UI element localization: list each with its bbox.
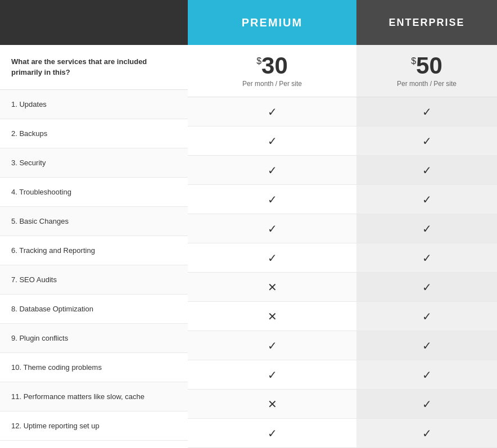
check-yes-icon: ✓: [422, 310, 432, 323]
check-yes-icon: ✓: [268, 368, 277, 382]
premium-check-row: ✓: [188, 360, 356, 390]
feature-label-row: 3. Security: [0, 148, 188, 178]
feature-label-row: 2. Backups: [0, 119, 188, 148]
check-yes-icon: ✓: [422, 193, 432, 206]
enterprise-check-row: ✓: [356, 214, 497, 243]
check-no-icon: ✕: [268, 280, 277, 294]
features-question: What are the services that are included …: [0, 45, 188, 90]
feature-label-row: 5. Basic Changes: [0, 207, 188, 236]
check-yes-icon: ✓: [422, 105, 432, 119]
premium-price-period: Per month / Per site: [242, 80, 302, 88]
check-yes-icon: ✓: [268, 164, 277, 177]
premium-check-row: ✓: [188, 185, 356, 214]
enterprise-price-dollar: $: [411, 56, 416, 66]
premium-check-row: ✓: [188, 97, 356, 126]
premium-check-row: ✓: [188, 243, 356, 273]
feature-label-row: 10. Theme coding problems: [0, 353, 188, 382]
premium-check-row: ✕: [188, 273, 356, 302]
check-yes-icon: ✓: [268, 251, 277, 265]
check-yes-icon: ✓: [268, 427, 277, 440]
features-column: What are the services that are included …: [0, 0, 188, 448]
check-no-icon: ✕: [268, 310, 277, 323]
enterprise-price-cell: $ 50 Per month / Per site: [356, 45, 497, 97]
check-yes-icon: ✓: [422, 397, 432, 411]
premium-check-row: ✓: [188, 126, 356, 156]
pricing-table: What are the services that are included …: [0, 0, 497, 448]
enterprise-check-row: ✓: [356, 156, 497, 185]
premium-plan-name: PREMIUM: [242, 16, 302, 29]
premium-check-row: ✓: [188, 331, 356, 360]
enterprise-price-display: $ 50: [411, 54, 442, 78]
premium-price-display: $ 30: [256, 54, 288, 78]
check-yes-icon: ✓: [422, 134, 432, 148]
enterprise-check-row: ✓: [356, 390, 497, 419]
check-yes-icon: ✓: [268, 134, 277, 148]
enterprise-check-row: ✓: [356, 126, 497, 156]
check-yes-icon: ✓: [268, 339, 277, 352]
enterprise-check-row: ✓: [356, 360, 497, 390]
check-yes-icon: ✓: [422, 339, 432, 352]
check-yes-icon: ✓: [422, 251, 432, 265]
premium-check-row: ✓: [188, 419, 356, 448]
premium-price-amount: 30: [261, 54, 288, 78]
check-yes-icon: ✓: [422, 222, 432, 236]
feature-label-row: 8. Database Optimization: [0, 295, 188, 324]
feature-label-row: 4. Troubleshooting: [0, 178, 188, 207]
premium-check-row: ✓: [188, 156, 356, 185]
enterprise-column: ENTERPRISE $ 50 Per month / Per site ✓✓✓…: [356, 0, 497, 448]
enterprise-price-amount: 50: [416, 54, 442, 78]
enterprise-check-row: ✓: [356, 273, 497, 302]
premium-check-row: ✕: [188, 390, 356, 419]
feature-label-row: 6. Tracking and Reporting: [0, 236, 188, 265]
enterprise-check-row: ✓: [356, 302, 497, 331]
premium-price-cell: $ 30 Per month / Per site: [188, 45, 356, 97]
premium-check-row: ✓: [188, 214, 356, 243]
check-yes-icon: ✓: [422, 280, 432, 294]
premium-column: PREMIUM $ 30 Per month / Per site ✓✓✓✓✓✓…: [188, 0, 356, 448]
check-yes-icon: ✓: [422, 164, 432, 177]
feature-label-row: 11. Performance matters like slow, cache: [0, 382, 188, 411]
premium-header: PREMIUM: [188, 0, 356, 45]
enterprise-check-row: ✓: [356, 185, 497, 214]
premium-check-row: ✕: [188, 302, 356, 331]
enterprise-price-period: Per month / Per site: [397, 80, 457, 88]
check-no-icon: ✕: [268, 397, 277, 411]
feature-label-row: 7. SEO Audits: [0, 265, 188, 295]
check-yes-icon: ✓: [422, 368, 432, 382]
features-header-bg: [0, 0, 188, 45]
feature-label-row: 9. Plugin conflicts: [0, 324, 188, 353]
check-yes-icon: ✓: [268, 105, 277, 119]
check-yes-icon: ✓: [422, 427, 432, 440]
feature-label-row: 12. Uptime reporting set up: [0, 411, 188, 441]
feature-label-row: 1. Updates: [0, 90, 188, 119]
check-yes-icon: ✓: [268, 193, 277, 206]
check-yes-icon: ✓: [268, 222, 277, 236]
enterprise-header: ENTERPRISE: [356, 0, 497, 45]
enterprise-check-row: ✓: [356, 331, 497, 360]
premium-price-dollar: $: [256, 56, 261, 66]
enterprise-check-row: ✓: [356, 243, 497, 273]
enterprise-check-row: ✓: [356, 419, 497, 448]
enterprise-check-row: ✓: [356, 97, 497, 126]
enterprise-plan-name: ENTERPRISE: [388, 17, 464, 29]
